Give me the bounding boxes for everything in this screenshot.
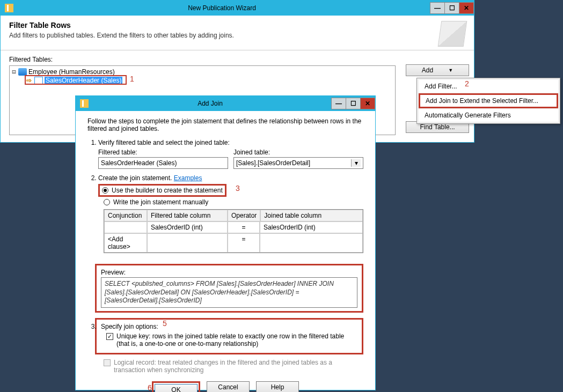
find-table-label: Find Table... [420, 123, 455, 131]
header-title: Filter Table Rows [9, 21, 440, 29]
add-dropdown-button[interactable]: Add ▼ [406, 64, 469, 76]
wizard-titlebar[interactable]: New Publication Wizard — ☐ ✕ [1, 1, 474, 16]
grid-cell[interactable]: = [228, 233, 260, 253]
cancel-button[interactable]: Cancel [207, 381, 250, 392]
help-button[interactable]: Help [256, 381, 299, 392]
grid-header-filteredcol: Filtered table column [147, 210, 228, 221]
grid-cell[interactable] [104, 221, 147, 233]
grid-cell[interactable] [147, 233, 228, 253]
step-1: Verify filtered table and select the joi… [98, 139, 363, 169]
add-dropdown-menu: Add Filter... Add Join to Extend the Sel… [416, 78, 560, 124]
logical-record-checkbox [104, 359, 111, 366]
annotation-box-3: Use the builder to create the statement [98, 184, 226, 197]
annotation-num-3: 3 [236, 184, 240, 193]
grid-cell[interactable]: SalesOrderID (int) [260, 221, 363, 233]
svg-rect-3 [82, 100, 84, 107]
grid-header-joinedcol: Joined table column [260, 210, 363, 221]
examples-link[interactable]: Examples [174, 174, 202, 182]
annotation-num-2: 2 [465, 79, 469, 88]
logical-record-label: Logical record: treat related changes in… [114, 359, 363, 374]
grid-header-operator: Operator [228, 210, 260, 221]
dialog-minimize-button[interactable]: — [331, 98, 346, 109]
grid-cell[interactable]: SalesOrderID (int) [147, 221, 228, 233]
grid-header-conjunction: Conjunction [104, 210, 147, 221]
svg-rect-2 [80, 99, 89, 108]
grid-cell-add-clause[interactable]: <Add clause> [104, 233, 147, 253]
preview-text: SELECT <published_columns> FROM [Sales].… [101, 277, 357, 308]
annotation-box-6: OK [152, 381, 200, 392]
wizard-title: New Publication Wizard [13, 4, 430, 12]
combobox-arrow-icon[interactable]: ▾ [351, 159, 361, 167]
table-icon [18, 68, 27, 76]
annotation-num-1: 1 [130, 75, 134, 83]
radio-write-manually[interactable] [104, 199, 110, 205]
dialog-icon [80, 99, 89, 108]
svg-rect-1 [7, 5, 9, 11]
dialog-maximize-button[interactable]: ☐ [346, 98, 361, 109]
radio-use-builder[interactable] [102, 187, 108, 194]
svg-rect-0 [5, 4, 13, 12]
annotation-box-4: Preview: SELECT <published_columns> FROM… [95, 264, 363, 313]
add-join-title: Add Join [89, 100, 332, 107]
annotation-num-5: 5 [163, 319, 167, 328]
add-join-intro: Follow the steps to complete the join st… [87, 117, 363, 132]
add-join-titlebar[interactable]: Add Join — ☐ ✕ [76, 96, 375, 111]
filtered-tables-label: Filtered Tables: [9, 56, 465, 63]
unique-key-label: Unique key: rows in the joined table rel… [116, 332, 357, 347]
ok-button[interactable]: OK [155, 384, 198, 392]
annotation-box-5: Specify join options: 5 Unique key: rows… [95, 318, 363, 354]
tree-root-label: Employee (HumanResources) [28, 68, 115, 76]
menu-auto-generate[interactable]: Automatically Generate Filters [419, 109, 558, 122]
step-3: Specify join options: 5 Unique key: rows… [98, 318, 363, 374]
menu-add-join[interactable]: Add Join to Extend the Selected Filter..… [419, 93, 558, 108]
add-join-dialog: Add Join — ☐ ✕ Follow the steps to compl… [75, 95, 376, 390]
dropdown-arrow-icon: ▼ [448, 68, 453, 73]
tree-collapse-icon[interactable]: ⊟ [11, 68, 17, 76]
wizard-header: Filter Table Rows Add filters to publish… [1, 16, 474, 50]
wizard-graphic-icon [438, 21, 467, 47]
annotation-num-6: 6 [148, 383, 152, 392]
radio-use-builder-label: Use the builder to create the statement [112, 187, 223, 194]
filtered-table-label: Filtered table: [98, 149, 228, 156]
grid-cell[interactable] [260, 233, 363, 253]
radio-write-manually-label: Write the join statement manually [113, 198, 208, 206]
header-desc: Add filters to published tables. Extend … [9, 32, 440, 39]
preview-label: Preview: [101, 269, 357, 276]
add-button-label: Add [422, 66, 433, 74]
joined-table-label: Joined table: [233, 149, 363, 156]
wizard-icon [5, 4, 13, 12]
window-minimize-button[interactable]: — [430, 2, 445, 14]
annotation-box-1 [25, 75, 127, 85]
window-close-button[interactable]: ✕ [459, 2, 474, 14]
step-2: Create the join statement. Examples Use … [98, 174, 363, 313]
dialog-close-button[interactable]: ✕ [360, 98, 375, 109]
filtered-table-field: SalesOrderHeader (Sales) [98, 157, 228, 169]
window-maximize-button[interactable]: ☐ [444, 2, 459, 14]
menu-add-filter[interactable]: Add Filter... [419, 80, 558, 93]
join-builder-grid[interactable]: Conjunction Filtered table column Operat… [104, 209, 363, 253]
grid-cell[interactable]: = [228, 221, 260, 233]
unique-key-checkbox[interactable] [106, 333, 113, 340]
joined-table-combobox[interactable]: [Sales].[SalesOrderDetail] ▾ [233, 157, 363, 169]
